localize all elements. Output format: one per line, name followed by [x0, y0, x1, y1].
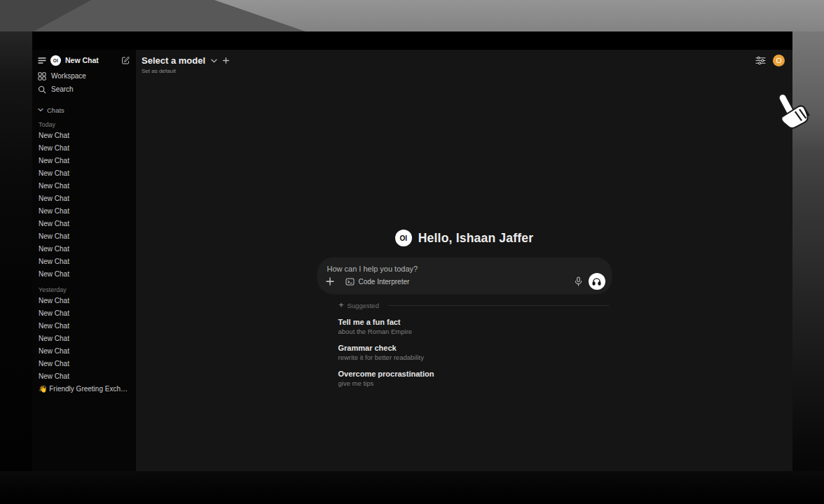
prompt-input[interactable]: How can I help you today?	[327, 265, 602, 273]
suggestion-subtitle: rewrite it for better readability	[338, 354, 612, 362]
code-interpreter-label: Code Interpreter	[359, 278, 410, 286]
chat-list-yesterday: New ChatNew ChatNew ChatNew ChatNew Chat…	[38, 295, 130, 396]
suggestion-item[interactable]: Tell me a fun fact about the Roman Empir…	[338, 318, 612, 336]
new-chat-edit-icon[interactable]	[121, 56, 130, 65]
app-title: New Chat	[65, 56, 99, 64]
list-item[interactable]: New Chat	[38, 130, 130, 142]
voice-mode-button[interactable]	[589, 273, 605, 290]
prompt-box: How can I help you today?	[317, 258, 612, 294]
list-item[interactable]: New Chat	[38, 230, 130, 243]
settings-sliders-button[interactable]	[755, 56, 766, 65]
suggestion-title: Grammar check	[338, 344, 612, 353]
main-area: Select a model Set as default	[136, 50, 792, 471]
wallpaper-right	[792, 31, 824, 471]
list-item[interactable]: New Chat	[38, 167, 130, 180]
suggestion-title: Overcome procrastination	[338, 370, 612, 379]
chats-section-label: Chats	[47, 106, 64, 114]
greeting-logo: OI	[395, 230, 412, 246]
app-logo: OI	[50, 55, 61, 66]
list-item[interactable]: New Chat	[38, 255, 130, 268]
list-item[interactable]: New Chat	[38, 205, 130, 218]
list-item[interactable]: New Chat	[38, 332, 130, 345]
suggested-label: Suggested	[348, 302, 379, 309]
terminal-icon	[345, 278, 355, 286]
set-default-link[interactable]: Set as default	[142, 68, 176, 74]
model-selector[interactable]: Select a model	[142, 55, 229, 66]
wallpaper-top	[0, 0, 824, 31]
list-item[interactable]: New Chat	[38, 320, 130, 332]
sidebar-item-label: Workspace	[51, 72, 86, 80]
list-item[interactable]: New Chat	[38, 358, 130, 370]
avatar-glyph-icon	[776, 58, 781, 63]
search-icon	[38, 85, 46, 94]
list-item[interactable]: New Chat	[38, 370, 130, 383]
list-item[interactable]: 👋 Friendly Greeting Exchange	[38, 383, 130, 396]
list-item[interactable]: New Chat	[38, 142, 130, 155]
headphones-icon	[592, 277, 601, 286]
chat-group-label-yesterday: Yesterday	[39, 286, 130, 293]
suggestion-subtitle: give me tips	[338, 379, 612, 388]
list-item[interactable]: New Chat	[38, 155, 130, 167]
wallpaper-wedge	[0, 0, 824, 31]
chat-group-label-today: Today	[39, 121, 130, 128]
list-item[interactable]: New Chat	[38, 307, 130, 320]
chevron-down-icon	[38, 108, 43, 112]
app-window: OI New Chat Workspace	[32, 31, 792, 471]
suggestion-list: Tell me a fun fact about the Roman Empir…	[338, 318, 612, 388]
list-item[interactable]: New Chat	[38, 295, 130, 307]
add-model-button[interactable]	[223, 57, 229, 64]
suggestion-title: Tell me a fun fact	[338, 318, 612, 327]
suggestion-subtitle: about the Roman Empire	[338, 328, 612, 336]
wallpaper-left	[0, 31, 32, 471]
wallpaper-bottom	[0, 471, 824, 504]
user-avatar[interactable]	[773, 55, 785, 66]
suggestion-item[interactable]: Overcome procrastination give me tips	[338, 370, 612, 388]
sidebar-item-workspace[interactable]: Workspace	[38, 69, 130, 83]
code-interpreter-toggle[interactable]: Code Interpreter	[345, 278, 410, 286]
list-item[interactable]: New Chat	[38, 243, 130, 255]
list-item[interactable]: New Chat	[38, 218, 130, 230]
model-selector-label: Select a model	[142, 55, 205, 66]
sidebar-toggle-icon[interactable]	[38, 57, 46, 64]
attach-plus-button[interactable]	[326, 277, 334, 286]
mic-button[interactable]	[575, 276, 582, 286]
greeting-title: Hello, Ishaan Jaffer	[418, 231, 533, 246]
suggested-divider	[388, 305, 609, 306]
list-item[interactable]: New Chat	[38, 345, 130, 358]
sidebar-item-search[interactable]: Search	[38, 83, 130, 96]
sidebar-item-label: Search	[51, 85, 74, 93]
window-title-bar	[32, 31, 792, 50]
workspace-grid-icon	[38, 72, 46, 80]
chat-list-today: New ChatNew ChatNew ChatNew ChatNew Chat…	[38, 130, 130, 281]
sparkle-icon	[338, 302, 344, 309]
list-item[interactable]: New Chat	[38, 268, 130, 281]
chats-section-toggle[interactable]: Chats	[38, 104, 130, 115]
suggestion-item[interactable]: Grammar check rewrite it for better read…	[338, 344, 612, 362]
sidebar: OI New Chat Workspace	[32, 50, 136, 471]
suggested-section: Suggested Tell me a fun fact about the R…	[317, 300, 612, 388]
list-item[interactable]: New Chat	[38, 192, 130, 205]
chevron-down-icon	[211, 59, 217, 63]
list-item[interactable]: New Chat	[38, 180, 130, 192]
